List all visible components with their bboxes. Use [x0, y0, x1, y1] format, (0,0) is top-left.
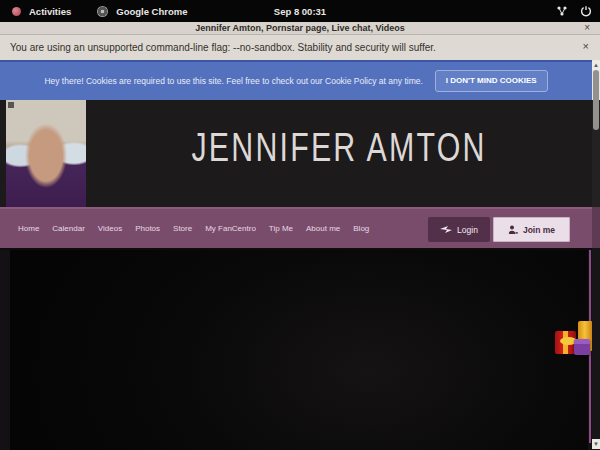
nav-item-myfancentro[interactable]: My FanCentro: [205, 224, 256, 233]
nav-item-home[interactable]: Home: [18, 224, 39, 233]
login-arrow-icon: [440, 225, 452, 234]
scrollbar[interactable]: ▲ ▼: [592, 60, 600, 450]
header-photo[interactable]: [6, 100, 86, 207]
photo-watermark: [8, 102, 14, 108]
gnome-top-bar: Activities Google Chrome Sep 8 00:31: [0, 0, 600, 22]
power-icon[interactable]: [580, 5, 592, 17]
person-plus-icon: [508, 225, 518, 235]
join-me-label: Join me: [523, 225, 555, 235]
login-button[interactable]: Login: [428, 217, 490, 242]
tab-title[interactable]: Jennifer Amton, Pornstar page, Live chat…: [0, 23, 600, 33]
cookie-banner: Hey there! Cookies are required to use t…: [0, 60, 592, 100]
tab-close-icon[interactable]: ×: [584, 22, 590, 33]
gift-boxes-sticker: [552, 318, 594, 364]
cookie-message: Hey there! Cookies are required to use t…: [44, 76, 422, 86]
page-viewport: Hey there! Cookies are required to use t…: [0, 60, 600, 450]
site-title: JENNIFER AMTON: [152, 100, 526, 194]
login-label: Login: [457, 225, 478, 235]
live-video-player[interactable]: [10, 250, 588, 450]
nav-item-photos[interactable]: Photos: [135, 224, 160, 233]
nav-item-aboutme[interactable]: About me: [306, 224, 340, 233]
accept-cookies-button[interactable]: I DON'T MIND COOKIES: [435, 70, 548, 92]
warning-text: You are using an unsupported command-lin…: [0, 42, 436, 53]
screen: Activities Google Chrome Sep 8 00:31 Jen…: [0, 0, 600, 450]
scrollbar-track-segment: [592, 207, 600, 248]
network-icon[interactable]: [556, 5, 568, 17]
scrollbar-down-icon[interactable]: ▼: [592, 439, 600, 449]
scrollbar-thumb[interactable]: [593, 70, 599, 130]
nav-item-calendar[interactable]: Calendar: [52, 224, 84, 233]
scrollbar-track-segment: [592, 248, 600, 450]
browser-tab-bar: Jennifer Amton, Pornstar page, Live chat…: [0, 22, 600, 35]
gift-red: [555, 331, 576, 354]
page-left-margin: [0, 250, 10, 450]
join-me-button[interactable]: Join me: [493, 217, 570, 242]
recording-indicator-icon: [12, 7, 21, 16]
site-header: JENNIFER AMTON: [0, 100, 592, 207]
nav-item-store[interactable]: Store: [173, 224, 192, 233]
nav-item-videos[interactable]: Videos: [98, 224, 122, 233]
sandbox-warning-bar: You are using an unsupported command-lin…: [0, 35, 600, 60]
focused-app-menu[interactable]: Google Chrome: [116, 6, 187, 17]
gift-purple: [574, 339, 590, 355]
nav-item-tipme[interactable]: Tip Me: [269, 224, 293, 233]
scrollbar-up-icon[interactable]: ▲: [592, 61, 600, 70]
chrome-app-icon: [97, 6, 108, 17]
activities-button[interactable]: Activities: [29, 6, 71, 17]
warning-close-icon[interactable]: ×: [583, 40, 589, 52]
site-nav: Home Calendar Videos Photos Store My Fan…: [0, 207, 592, 248]
nav-item-blog[interactable]: Blog: [353, 224, 369, 233]
